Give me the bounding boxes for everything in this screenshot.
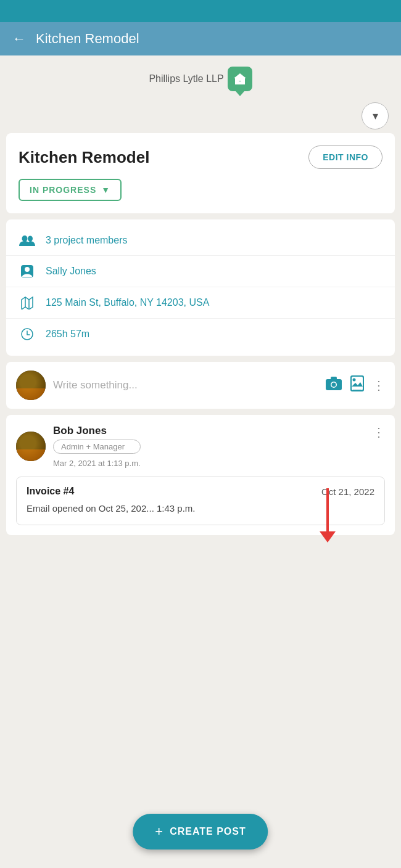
clock-icon bbox=[19, 327, 36, 341]
contact-text: Sally Jones bbox=[46, 266, 96, 277]
status-badge[interactable]: IN PROGRESS ▼ bbox=[19, 179, 122, 201]
invoice-title: Invoice #4 bbox=[27, 486, 74, 497]
status-label: IN PROGRESS bbox=[30, 185, 96, 195]
project-title: Kitchen Remodel bbox=[19, 148, 149, 167]
post-actions: ⋮ bbox=[326, 375, 385, 395]
dropdown-btn-row: ▾ bbox=[0, 96, 401, 133]
post-placeholder[interactable]: Write something... bbox=[53, 379, 318, 391]
people-icon bbox=[19, 234, 36, 247]
feed-avatar bbox=[16, 432, 46, 461]
red-arrow-line bbox=[326, 488, 329, 531]
feed-more-button[interactable]: ⋮ bbox=[373, 425, 385, 440]
map-icon bbox=[19, 296, 36, 309]
image-button[interactable] bbox=[350, 375, 364, 395]
time-text: 265h 57m bbox=[46, 329, 89, 340]
header: ← Kitchen Remodel bbox=[0, 22, 401, 55]
feed-role-badge: Admin + Manager bbox=[53, 440, 141, 454]
dropdown-button[interactable]: ▾ bbox=[362, 102, 389, 129]
svg-rect-11 bbox=[331, 377, 337, 380]
time-row[interactable]: 265h 57m bbox=[6, 319, 395, 350]
create-post-plus-icon: + bbox=[155, 824, 163, 840]
svg-rect-0 bbox=[238, 81, 242, 84]
company-icon[interactable] bbox=[228, 67, 252, 91]
post-input-card: Write something... ⋮ bbox=[6, 362, 395, 409]
contact-row[interactable]: Sally Jones bbox=[6, 256, 395, 287]
more-button[interactable]: ⋮ bbox=[373, 378, 385, 393]
svg-point-15 bbox=[353, 379, 356, 382]
feed-user-details: Bob Jones Admin + Manager Mar 2, 2021 at… bbox=[53, 425, 141, 468]
company-name: Phillips Lytle LLP bbox=[149, 73, 223, 84]
feed-user-info: Bob Jones Admin + Manager Mar 2, 2021 at… bbox=[16, 425, 141, 468]
back-button[interactable]: ← bbox=[12, 31, 26, 47]
info-card: 3 project members Sally Jones 125 Main S… bbox=[6, 219, 395, 356]
create-post-label: CREATE POST bbox=[170, 826, 246, 837]
company-row: Phillips Lytle LLP bbox=[0, 55, 401, 96]
address-row[interactable]: 125 Main St, Buffalo, NY 14203, USA bbox=[6, 287, 395, 319]
red-arrow bbox=[320, 488, 336, 542]
address-text: 125 Main St, Buffalo, NY 14203, USA bbox=[46, 297, 209, 308]
person-icon bbox=[19, 264, 36, 278]
chevron-down-icon: ▾ bbox=[373, 109, 378, 123]
main-card-header: Kitchen Remodel EDIT INFO bbox=[19, 145, 382, 169]
main-card: Kitchen Remodel EDIT INFO IN PROGRESS ▼ bbox=[6, 133, 395, 213]
create-post-button[interactable]: + CREATE POST bbox=[133, 814, 268, 850]
svg-point-4 bbox=[25, 267, 30, 272]
house-icon bbox=[233, 72, 247, 86]
edit-info-button[interactable]: EDIT INFO bbox=[308, 145, 382, 169]
members-row[interactable]: 3 project members bbox=[6, 226, 395, 256]
status-bar bbox=[0, 0, 401, 22]
camera-button[interactable] bbox=[326, 377, 342, 394]
user-avatar bbox=[16, 371, 46, 400]
members-text: 3 project members bbox=[46, 235, 128, 246]
feed-header: Bob Jones Admin + Manager Mar 2, 2021 at… bbox=[16, 425, 385, 468]
svg-point-1 bbox=[22, 235, 28, 242]
header-title: Kitchen Remodel bbox=[36, 31, 139, 47]
status-chevron-icon: ▼ bbox=[101, 185, 110, 195]
feed-timestamp: Mar 2, 2021 at 1:13 p.m. bbox=[53, 459, 141, 468]
feed-user-name: Bob Jones bbox=[53, 425, 141, 437]
svg-point-2 bbox=[28, 236, 33, 242]
svg-point-10 bbox=[332, 383, 336, 387]
feed-card: Bob Jones Admin + Manager Mar 2, 2021 at… bbox=[6, 415, 395, 535]
red-arrow-head bbox=[320, 531, 336, 542]
